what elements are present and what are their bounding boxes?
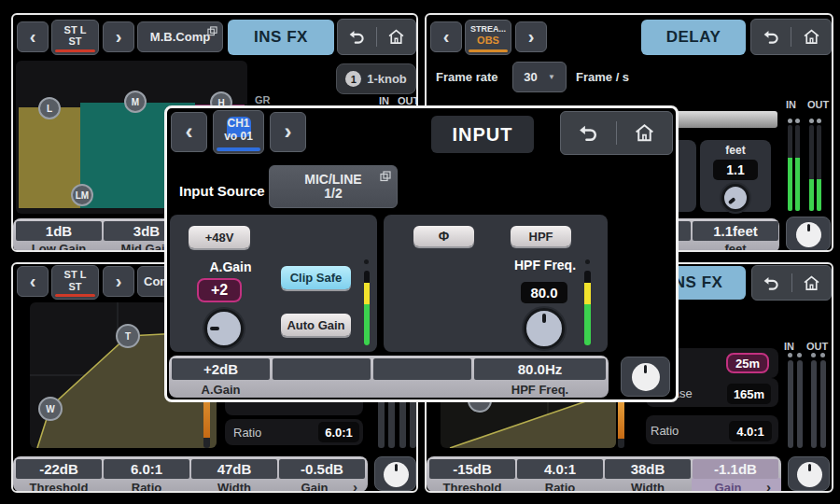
home-icon[interactable]	[381, 20, 413, 54]
param-label: Gain	[272, 481, 357, 493]
feet-value[interactable]: 1.1	[713, 160, 758, 180]
param-cell-width[interactable]: 47dB	[191, 459, 277, 479]
hpf-section: Φ HPF HPF Freq. 80.0	[384, 215, 608, 352]
hpf-knob[interactable]	[524, 308, 565, 349]
phantom-48v-button[interactable]: +48V	[189, 226, 250, 248]
in-label: IN	[786, 99, 796, 110]
param-cell-hpf[interactable]: 80.0Hz	[474, 358, 606, 380]
on-screen-knob[interactable]	[621, 357, 670, 397]
band-knob-lm[interactable]: LM	[71, 184, 93, 206]
page-title: INPUT	[431, 116, 534, 153]
param-cell[interactable]: 1dB	[16, 221, 102, 241]
meter-out-l	[811, 360, 817, 448]
again-knob[interactable]	[204, 309, 244, 348]
channel-color-bar	[217, 147, 260, 151]
one-knob-button[interactable]: 1 1-knob	[336, 63, 416, 94]
on-screen-knob[interactable]	[788, 456, 830, 491]
attack-value[interactable]: 25m	[726, 353, 769, 373]
param-cell[interactable]: 1.1feet	[693, 221, 778, 241]
phase-button[interactable]: Φ	[413, 226, 474, 246]
undo-icon[interactable]	[573, 112, 605, 154]
param-cell-ratio[interactable]: 4.0:1	[517, 459, 603, 479]
band-knob-m[interactable]: M	[124, 91, 147, 113]
on-screen-knob[interactable]	[786, 217, 831, 251]
again-value[interactable]: +2	[197, 278, 242, 302]
threshold-knob[interactable]: T	[116, 324, 140, 348]
prev-channel-button[interactable]: ‹	[17, 266, 49, 297]
param-label: Width	[191, 481, 277, 493]
prev-channel-button[interactable]: ‹	[171, 112, 207, 152]
next-channel-button[interactable]: ›	[270, 112, 306, 152]
next-channel-button[interactable]: ›	[103, 21, 134, 52]
more-params-icon[interactable]: ›	[353, 479, 357, 493]
channel-name2: OBS	[477, 35, 499, 46]
prev-channel-button[interactable]: ‹	[17, 21, 49, 52]
param-cell-gain[interactable]: -0.5dB	[279, 459, 365, 479]
channel-select-button[interactable]: STREA... OBS	[465, 20, 511, 55]
param-bar: -15dB 4.0:1 38dB -1.1dB Threshold Ratio …	[427, 456, 781, 492]
chevron-down-icon: ▼	[548, 73, 555, 81]
meter-out-r	[817, 125, 821, 211]
peak-dot	[809, 119, 814, 123]
channel-name: ST L	[64, 269, 87, 280]
prev-channel-button[interactable]: ‹	[430, 21, 462, 52]
feet-knob[interactable]	[721, 184, 749, 212]
ratio-value[interactable]: 4.0:1	[729, 421, 772, 441]
tab-delay[interactable]: DELAY	[641, 20, 746, 55]
home-icon[interactable]	[795, 266, 827, 300]
clip-safe-button[interactable]: Clip Safe	[281, 266, 351, 289]
meter-in-l	[788, 125, 792, 211]
hpf-button[interactable]: HPF	[511, 226, 571, 246]
param-cell[interactable]	[273, 358, 371, 380]
home-icon[interactable]	[629, 112, 661, 154]
ratio-label: Ratio	[233, 426, 261, 440]
home-icon[interactable]	[795, 20, 827, 54]
peak-dot	[820, 353, 825, 357]
channel-name2: ST	[68, 35, 81, 47]
channel-select-button[interactable]: ST L ST	[51, 265, 99, 300]
frame-rate-dropdown[interactable]: 30 ▼	[512, 62, 567, 92]
param-cell-ratio[interactable]: 6.0:1	[104, 459, 189, 479]
channel-select-button[interactable]: ST L ST	[51, 20, 99, 55]
next-channel-button[interactable]: ›	[103, 266, 134, 297]
library-button[interactable]: M.B.Comp	[137, 21, 223, 52]
band-knob-l[interactable]: L	[38, 97, 61, 119]
peak-dot	[817, 119, 821, 123]
next-channel-button[interactable]: ›	[515, 21, 547, 52]
delay-feet-box: feet 1.1	[700, 140, 771, 212]
channel-name2: ST	[68, 281, 81, 292]
ratio-row: Ratio 6.0:1	[225, 419, 363, 445]
on-screen-knob[interactable]	[374, 456, 416, 491]
undo-icon[interactable]	[756, 266, 788, 300]
param-cell-width[interactable]: 38dB	[605, 459, 691, 479]
channel-name: ST L	[64, 24, 87, 35]
param-cell-again[interactable]: +2dB	[172, 358, 270, 380]
param-cell[interactable]	[373, 358, 471, 380]
meter-out-r	[820, 360, 826, 448]
hpf-freq-value[interactable]: 80.0	[521, 282, 567, 303]
one-knob-badge: 1	[345, 71, 361, 87]
nav-group	[337, 19, 416, 55]
copy-icon	[207, 26, 217, 36]
gr-label: GR	[255, 94, 271, 105]
input-source-button[interactable]: MIC/LINE 1/2	[269, 165, 398, 208]
undo-icon[interactable]	[342, 20, 373, 54]
frame-rate-label: Frame rate	[436, 70, 497, 84]
param-cell-threshold[interactable]: -22dB	[16, 459, 102, 479]
channel-select-button[interactable]: CH1 vo 01	[213, 110, 264, 154]
param-cell-threshold[interactable]: -15dB	[429, 459, 515, 479]
ratio-value[interactable]: 6.0:1	[318, 422, 359, 442]
meter-in-r	[795, 125, 800, 211]
auto-gain-button[interactable]: Auto Gain	[281, 314, 351, 336]
width-knob[interactable]: W	[38, 397, 63, 421]
hpf-freq-label: HPF Freq.	[512, 258, 578, 273]
tab-insfx[interactable]: INS FX	[228, 20, 334, 55]
undo-icon[interactable]	[755, 20, 787, 54]
out-label: OUT	[807, 99, 829, 110]
more-params-icon[interactable]: ›	[766, 479, 771, 493]
param-cell-gain[interactable]: -1.1dB	[693, 459, 778, 479]
release-value[interactable]: 165m	[727, 384, 771, 404]
param-label: Ratio	[517, 481, 603, 493]
param-label: Gain	[685, 481, 771, 493]
param-label: feet	[693, 242, 778, 252]
